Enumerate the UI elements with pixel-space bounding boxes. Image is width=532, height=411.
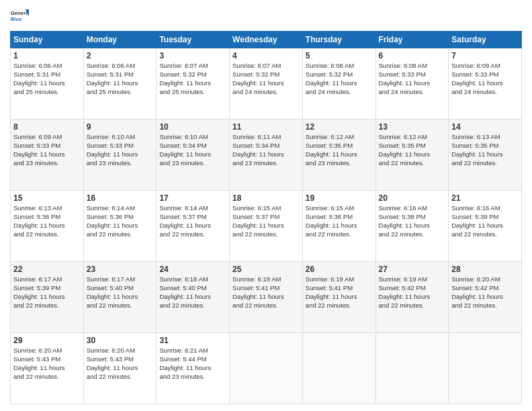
day-info: Sunset: 5:36 PM xyxy=(13,213,81,222)
day-info: and 24 minutes. xyxy=(379,88,446,97)
day-info: and 22 minutes. xyxy=(232,230,300,239)
calendar-cell: 8Sunrise: 6:09 AMSunset: 5:33 PMDaylight… xyxy=(11,120,84,191)
day-number: 10 xyxy=(159,122,226,132)
day-number: 11 xyxy=(232,122,300,132)
day-number: 8 xyxy=(13,122,81,132)
day-info: Daylight: 11 hours xyxy=(13,222,81,230)
calendar-cell: 2Sunrise: 6:06 AMSunset: 5:31 PMDaylight… xyxy=(83,48,157,120)
day-info: and 24 minutes. xyxy=(451,88,519,97)
day-info: Sunrise: 6:15 AM xyxy=(232,204,300,213)
day-info: and 25 minutes. xyxy=(87,88,154,97)
calendar-cell: 6Sunrise: 6:08 AMSunset: 5:33 PMDaylight… xyxy=(375,48,449,120)
day-info: Sunrise: 6:06 AM xyxy=(13,62,81,71)
day-number: 18 xyxy=(232,193,300,203)
day-number: 21 xyxy=(451,193,519,203)
day-info: Sunset: 5:41 PM xyxy=(232,284,300,293)
calendar-header-thursday: Thursday xyxy=(302,32,375,48)
day-info: Daylight: 11 hours xyxy=(232,150,300,159)
day-number: 23 xyxy=(87,264,154,275)
day-info: and 23 minutes. xyxy=(87,159,154,168)
day-info: Sunset: 5:33 PM xyxy=(451,71,519,79)
day-info: Daylight: 11 hours xyxy=(87,364,154,373)
day-info: Sunset: 5:34 PM xyxy=(232,142,300,150)
calendar-header-tuesday: Tuesday xyxy=(157,32,230,48)
day-info: Sunrise: 6:10 AM xyxy=(159,133,226,142)
day-info: and 23 minutes. xyxy=(159,373,226,381)
calendar-cell: 11Sunrise: 6:11 AMSunset: 5:34 PMDayligh… xyxy=(230,120,303,191)
calendar-cell: 4Sunrise: 6:07 AMSunset: 5:32 PMDaylight… xyxy=(230,48,303,120)
day-info: and 22 minutes. xyxy=(13,373,81,381)
day-info: Daylight: 11 hours xyxy=(451,222,519,230)
calendar-cell: 24Sunrise: 6:18 AMSunset: 5:40 PMDayligh… xyxy=(157,262,230,333)
day-info: and 22 minutes. xyxy=(87,230,154,239)
day-info: Sunrise: 6:06 AM xyxy=(87,62,154,71)
day-info: Daylight: 11 hours xyxy=(13,293,81,302)
day-info: Sunrise: 6:13 AM xyxy=(451,133,519,142)
day-info: and 22 minutes. xyxy=(451,230,519,239)
day-info: Sunrise: 6:07 AM xyxy=(159,62,226,71)
day-info: Sunset: 5:42 PM xyxy=(451,284,519,293)
day-info: Sunset: 5:31 PM xyxy=(13,71,81,79)
day-info: Sunset: 5:37 PM xyxy=(232,213,300,222)
day-info: Sunrise: 6:14 AM xyxy=(87,204,154,213)
calendar-week-4: 22Sunrise: 6:17 AMSunset: 5:39 PMDayligh… xyxy=(11,262,522,333)
day-info: Daylight: 11 hours xyxy=(87,150,154,159)
day-info: and 23 minutes. xyxy=(13,159,81,168)
day-info: Sunset: 5:42 PM xyxy=(379,284,446,293)
day-info: and 25 minutes. xyxy=(159,88,226,97)
calendar-cell xyxy=(230,333,303,404)
calendar-cell: 15Sunrise: 6:13 AMSunset: 5:36 PMDayligh… xyxy=(11,191,84,262)
calendar-cell: 17Sunrise: 6:14 AMSunset: 5:37 PMDayligh… xyxy=(157,191,230,262)
day-info: and 22 minutes. xyxy=(379,159,446,168)
calendar-header-saturday: Saturday xyxy=(449,32,522,48)
day-number: 1 xyxy=(13,50,81,61)
calendar-cell: 20Sunrise: 6:16 AMSunset: 5:38 PMDayligh… xyxy=(375,191,449,262)
day-info: Daylight: 11 hours xyxy=(159,222,226,230)
calendar-cell: 13Sunrise: 6:12 AMSunset: 5:35 PMDayligh… xyxy=(375,120,449,191)
calendar-cell: 16Sunrise: 6:14 AMSunset: 5:36 PMDayligh… xyxy=(83,191,157,262)
calendar-cell xyxy=(302,333,375,404)
day-number: 24 xyxy=(159,264,226,275)
day-info: and 25 minutes. xyxy=(13,88,81,97)
day-info: Daylight: 11 hours xyxy=(306,222,373,230)
day-info: Sunrise: 6:15 AM xyxy=(306,204,373,213)
day-info: Daylight: 11 hours xyxy=(379,79,446,88)
day-info: Daylight: 11 hours xyxy=(451,150,519,159)
day-info: Daylight: 11 hours xyxy=(159,150,226,159)
day-info: Sunset: 5:32 PM xyxy=(159,71,226,79)
calendar-cell: 21Sunrise: 6:16 AMSunset: 5:39 PMDayligh… xyxy=(449,191,522,262)
day-info: Sunrise: 6:08 AM xyxy=(379,62,446,71)
day-info: Daylight: 11 hours xyxy=(87,222,154,230)
calendar-cell: 9Sunrise: 6:10 AMSunset: 5:33 PMDaylight… xyxy=(83,120,157,191)
day-info: Sunrise: 6:20 AM xyxy=(451,275,519,284)
day-info: Sunrise: 6:18 AM xyxy=(232,275,300,284)
day-info: Daylight: 11 hours xyxy=(13,150,81,159)
day-info: Sunset: 5:44 PM xyxy=(159,355,226,364)
day-info: Daylight: 11 hours xyxy=(87,79,154,88)
calendar-week-2: 8Sunrise: 6:09 AMSunset: 5:33 PMDaylight… xyxy=(11,120,522,191)
calendar-cell: 27Sunrise: 6:19 AMSunset: 5:42 PMDayligh… xyxy=(375,262,449,333)
day-info: Daylight: 11 hours xyxy=(159,293,226,302)
day-info: and 22 minutes. xyxy=(306,230,373,239)
day-number: 13 xyxy=(379,122,446,132)
day-number: 28 xyxy=(451,264,519,275)
day-info: and 24 minutes. xyxy=(232,88,300,97)
day-info: and 22 minutes. xyxy=(451,159,519,168)
day-info: Sunset: 5:31 PM xyxy=(87,71,154,79)
day-info: and 22 minutes. xyxy=(159,230,226,239)
day-info: Daylight: 11 hours xyxy=(379,222,446,230)
day-info: and 22 minutes. xyxy=(87,302,154,310)
day-number: 29 xyxy=(13,335,81,346)
calendar-table: SundayMondayTuesdayWednesdayThursdayFrid… xyxy=(10,31,522,404)
calendar-cell: 5Sunrise: 6:08 AMSunset: 5:32 PMDaylight… xyxy=(302,48,375,120)
day-info: Sunrise: 6:18 AM xyxy=(159,275,226,284)
day-info: Daylight: 11 hours xyxy=(13,79,81,88)
day-number: 17 xyxy=(159,193,226,203)
logo-icon: General Blue xyxy=(10,7,29,26)
day-info: Sunrise: 6:11 AM xyxy=(232,133,300,142)
day-info: Sunrise: 6:16 AM xyxy=(451,204,519,213)
day-info: Daylight: 11 hours xyxy=(232,79,300,88)
day-info: Sunrise: 6:09 AM xyxy=(13,133,81,142)
day-info: Sunset: 5:36 PM xyxy=(87,213,154,222)
calendar-header-monday: Monday xyxy=(83,32,157,48)
